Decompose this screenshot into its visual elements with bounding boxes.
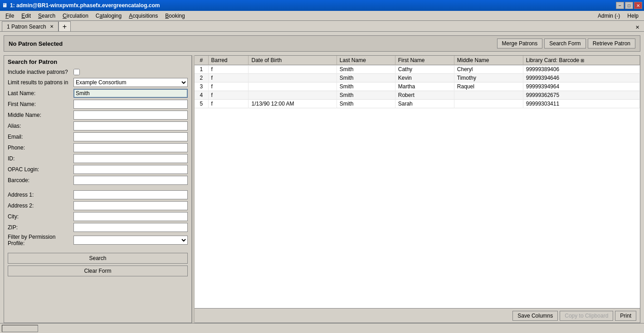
minimize-button[interactable]: − [616, 2, 624, 9]
copy-clipboard-button[interactable]: Copy to Clipboard [560, 311, 613, 321]
app-icon: 🖥 [2, 2, 7, 9]
id-input[interactable] [73, 154, 188, 163]
limit-results-row: Limit results to patrons in Example Cons… [4, 77, 191, 88]
print-button[interactable]: Print [615, 311, 636, 321]
limit-results-label: Limit results to patrons in [8, 79, 73, 86]
col-header-first-name[interactable]: First Name [395, 56, 454, 65]
table-row[interactable]: 3fSmithMarthaRaquel99999394964 [195, 82, 640, 91]
menu-cataloging[interactable]: Cataloging [92, 12, 125, 20]
opac-login-input[interactable] [73, 165, 188, 174]
filter-profile-label: Filter by Permission Profile: [8, 234, 73, 246]
merge-patrons-button[interactable]: Merge Patrons [497, 39, 543, 48]
cell-dob [249, 65, 337, 74]
table-row[interactable]: 2fSmithKevinTimothy99999394646 [195, 74, 640, 82]
add-tab-button[interactable]: + [59, 21, 71, 31]
col-header-barred[interactable]: Barred [208, 56, 249, 65]
limit-results-select[interactable]: Example Consortium [73, 78, 188, 87]
tab-close-icon[interactable]: ✕ [50, 24, 54, 29]
tab-bar: 1 Patron Search ✕ + ✕ [0, 21, 644, 32]
middle-name-input[interactable] [73, 111, 188, 120]
title-bar-text: 1: admin@BR1-winxpvmfx.phasefx.evergreen… [10, 2, 160, 9]
col-header-library-card[interactable]: Library Card: Barcode ⊞ [523, 56, 639, 65]
table-row[interactable]: 1fSmithCathyCheryl99999389406 [195, 65, 640, 74]
city-row: City: [4, 211, 191, 222]
menu-acquisitions[interactable]: Acquisitions [125, 12, 161, 20]
zip-input[interactable] [73, 223, 188, 232]
alias-label: Alias: [8, 123, 73, 129]
barcode-row: Barcode: [4, 175, 191, 186]
middle-name-row: Middle Name: [4, 110, 191, 121]
table-row[interactable]: 4fSmithRobert99999362675 [195, 91, 640, 100]
clear-form-button[interactable]: Clear Form [8, 265, 188, 276]
city-input[interactable] [73, 212, 188, 221]
menu-search[interactable]: Search [34, 12, 59, 20]
cell-middle-name: Cheryl [454, 65, 523, 74]
barcode-input[interactable] [73, 176, 188, 185]
alias-row: Alias: [4, 121, 191, 131]
cell-barred: f [208, 74, 249, 82]
window-close-x[interactable]: ✕ [633, 24, 642, 31]
maximize-button[interactable]: □ [625, 2, 633, 9]
cell-barred: f [208, 82, 249, 91]
opac-login-label: OPAC Login: [8, 166, 73, 173]
col-header-num[interactable]: # [195, 56, 208, 65]
cell-library-card: 99999303411 [523, 100, 639, 108]
id-row: ID: [4, 153, 191, 164]
alias-input[interactable] [73, 121, 188, 130]
search-panel: Search for Patron Include inactive patro… [4, 55, 192, 323]
table-row[interactable]: 5f1/13/90 12:00 AMSmithSarah99999303411 [195, 100, 640, 108]
admin-menu[interactable]: Admin (-) [594, 12, 624, 20]
cell-last-name: Smith [337, 100, 395, 108]
last-name-input[interactable] [73, 89, 188, 98]
status-pane-left [2, 325, 38, 332]
bottom-toolbar: Save Columns Copy to Clipboard Print [195, 308, 640, 323]
address2-row: Address 2: [4, 200, 191, 211]
cell-barred: f [208, 91, 249, 100]
cell-dob [249, 74, 337, 82]
search-form-button[interactable]: Search Form [544, 39, 585, 48]
title-bar-controls: − □ ✕ [616, 2, 642, 9]
cell-num: 2 [195, 74, 208, 82]
results-table-container: # Barred Date of Birth Last Name First N… [195, 56, 640, 308]
menu-circulation[interactable]: Circulation [59, 12, 92, 20]
col-header-middle-name[interactable]: Middle Name [454, 56, 523, 65]
tab-label: 1 Patron Search [7, 24, 46, 30]
email-input[interactable] [73, 132, 188, 141]
retrieve-patron-button[interactable]: Retrieve Patron [588, 39, 635, 48]
phone-input[interactable] [73, 143, 188, 152]
patron-buttons: Merge Patrons Search Form Retrieve Patro… [497, 39, 635, 48]
menu-booking[interactable]: Booking [161, 12, 188, 20]
cell-library-card: 99999394646 [523, 74, 639, 82]
menu-bar: File Edit Search Circulation Cataloging … [0, 11, 644, 21]
filter-profile-row: Filter by Permission Profile: [4, 233, 191, 247]
cell-dob [249, 91, 337, 100]
cell-last-name: Smith [337, 65, 395, 74]
tab-patron-search[interactable]: 1 Patron Search ✕ [2, 21, 59, 31]
cell-num: 4 [195, 91, 208, 100]
filter-profile-select[interactable] [73, 236, 188, 245]
save-columns-button[interactable]: Save Columns [512, 311, 558, 321]
menu-file[interactable]: File [2, 12, 18, 20]
phone-row: Phone: [4, 142, 191, 153]
cell-first-name: Martha [395, 82, 454, 91]
main-content: No Patron Selected Merge Patrons Search … [0, 32, 644, 323]
results-panel: # Barred Date of Birth Last Name First N… [195, 55, 640, 323]
first-name-label: First Name: [8, 101, 73, 107]
panels: Search for Patron Include inactive patro… [4, 55, 640, 323]
col-header-last-name[interactable]: Last Name [337, 56, 395, 65]
menu-edit[interactable]: Edit [18, 12, 34, 20]
city-label: City: [8, 213, 73, 220]
include-inactive-checkbox[interactable] [73, 69, 80, 75]
search-button[interactable]: Search [8, 253, 188, 264]
close-window-button[interactable]: ✕ [634, 2, 642, 9]
help-menu[interactable]: Help [624, 12, 642, 20]
address2-input[interactable] [73, 201, 188, 210]
col-header-dob[interactable]: Date of Birth [249, 56, 337, 65]
address1-input[interactable] [73, 190, 188, 199]
results-tbody: 1fSmithCathyCheryl999993894062fSmithKevi… [195, 65, 640, 108]
cell-library-card: 99999394964 [523, 82, 639, 91]
patron-bar: No Patron Selected Merge Patrons Search … [4, 35, 640, 52]
cell-middle-name: Raquel [454, 82, 523, 91]
first-name-input[interactable] [73, 100, 188, 109]
search-buttons: Search Clear Form [4, 249, 191, 280]
